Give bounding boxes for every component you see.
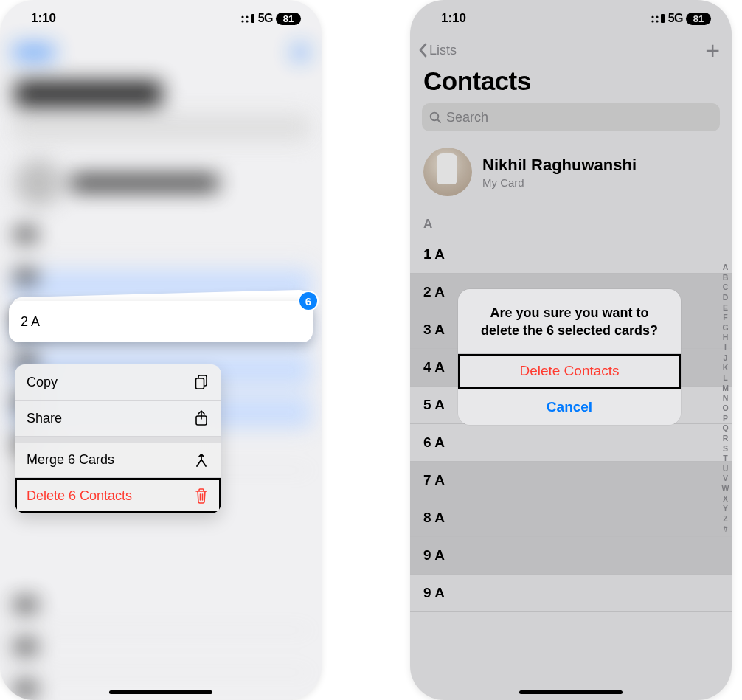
- signal-icon: [240, 13, 255, 24]
- menu-delete[interactable]: Delete 6 Contacts: [15, 478, 221, 513]
- menu-merge-label: Merge 6 Cards: [27, 452, 114, 468]
- status-bar: 1:10 5G 81: [0, 0, 322, 37]
- search-placeholder: Search: [446, 110, 488, 125]
- back-button[interactable]: Lists: [417, 42, 457, 58]
- nav-bar: Lists +: [410, 37, 732, 63]
- index-letter[interactable]: V: [723, 474, 728, 484]
- contact-row[interactable]: 9 A: [410, 575, 732, 612]
- svg-point-12: [656, 15, 658, 18]
- alert-cancel-button[interactable]: Cancel: [458, 389, 681, 425]
- svg-point-1: [241, 15, 243, 18]
- status-time: 1:10: [31, 11, 56, 26]
- svg-rect-13: [661, 14, 665, 23]
- alert-delete-button[interactable]: Delete Contacts: [458, 354, 681, 389]
- index-letter[interactable]: B: [723, 273, 728, 283]
- blurred-background: [0, 0, 322, 700]
- home-indicator: [519, 690, 623, 694]
- index-letter[interactable]: S: [723, 444, 728, 454]
- contact-row[interactable]: 1 A: [410, 236, 732, 274]
- menu-copy[interactable]: Copy: [15, 364, 221, 401]
- index-letter[interactable]: W: [722, 484, 729, 494]
- index-letter[interactable]: O: [722, 403, 728, 414]
- index-letter[interactable]: R: [723, 434, 728, 444]
- index-letter[interactable]: Q: [722, 423, 728, 434]
- alert-message: Are you sure you want to delete the 6 se…: [458, 289, 681, 354]
- index-letter[interactable]: C: [723, 283, 728, 293]
- selection-badge: 6: [298, 291, 319, 311]
- index-strip[interactable]: ABCDEFGHIJKLMNOPQRSTUVWXYZ#: [722, 263, 729, 534]
- index-letter[interactable]: E: [723, 303, 728, 313]
- menu-share-label: Share: [27, 411, 62, 426]
- context-menu: Copy Share Merge 6 Cards Delete 6 Contac…: [15, 364, 221, 513]
- right-screenshot: Lists + Contacts Search Nikhil Raghuwans…: [410, 0, 732, 700]
- index-letter[interactable]: G: [722, 323, 728, 333]
- index-letter[interactable]: X: [723, 494, 728, 505]
- index-letter[interactable]: P: [723, 414, 728, 424]
- index-letter[interactable]: D: [723, 293, 728, 303]
- index-letter[interactable]: Y: [723, 504, 728, 514]
- network-label: 5G: [258, 12, 273, 25]
- menu-share[interactable]: Share: [15, 401, 221, 437]
- index-letter[interactable]: I: [724, 343, 726, 353]
- back-label: Lists: [429, 43, 457, 58]
- copy-icon: [193, 374, 209, 390]
- share-icon: [193, 410, 209, 426]
- index-letter[interactable]: F: [723, 313, 727, 323]
- avatar: [423, 148, 472, 196]
- svg-rect-6: [196, 378, 204, 389]
- index-letter[interactable]: #: [724, 524, 727, 535]
- contact-row[interactable]: 9 A: [410, 537, 732, 575]
- chevron-left-icon: [417, 42, 428, 58]
- selected-card[interactable]: 2 A: [9, 301, 313, 342]
- contact-row[interactable]: 6 A: [410, 424, 732, 462]
- index-letter[interactable]: H: [723, 333, 728, 343]
- menu-merge[interactable]: Merge 6 Cards: [15, 443, 221, 478]
- index-letter[interactable]: J: [724, 353, 727, 364]
- svg-point-10: [651, 15, 653, 18]
- trash-icon: [193, 488, 209, 504]
- my-card-subtitle: My Card: [482, 176, 637, 189]
- signal-icon: [651, 13, 665, 24]
- add-button[interactable]: +: [705, 41, 720, 59]
- menu-delete-label: Delete 6 Contacts: [27, 488, 132, 504]
- index-letter[interactable]: M: [722, 384, 728, 394]
- battery-indicator: 81: [276, 13, 301, 25]
- contact-row[interactable]: 8 A: [410, 499, 732, 537]
- svg-rect-4: [251, 14, 254, 23]
- index-letter[interactable]: U: [723, 464, 728, 474]
- selected-card-label: 2 A: [21, 314, 40, 330]
- my-card[interactable]: Nikhil Raghuwanshi My Card: [410, 137, 732, 209]
- left-screenshot: 1:10 5G 81 2 A 6 Copy Share: [0, 0, 322, 700]
- search-input[interactable]: Search: [422, 103, 720, 131]
- svg-point-2: [246, 20, 248, 22]
- svg-point-9: [651, 20, 653, 22]
- index-letter[interactable]: N: [723, 393, 728, 403]
- index-letter[interactable]: K: [723, 363, 728, 373]
- svg-point-3: [246, 15, 248, 18]
- index-letter[interactable]: L: [723, 373, 727, 384]
- my-card-name: Nikhil Raghuwanshi: [482, 156, 637, 175]
- status-time: 1:10: [441, 11, 466, 26]
- index-letter[interactable]: T: [723, 454, 727, 464]
- search-icon: [429, 111, 442, 124]
- merge-icon: [193, 453, 209, 468]
- battery-indicator: 81: [686, 13, 711, 25]
- index-letter[interactable]: A: [723, 263, 728, 273]
- section-header: A: [410, 209, 732, 236]
- svg-point-11: [656, 20, 658, 22]
- contact-row[interactable]: 7 A: [410, 462, 732, 499]
- selection-stack: 2 A 6: [9, 301, 313, 342]
- status-bar: 1:10 5G 81: [410, 0, 732, 37]
- network-label: 5G: [668, 12, 683, 25]
- page-title: Contacts: [410, 63, 732, 103]
- svg-point-0: [241, 20, 243, 22]
- home-indicator: [109, 690, 212, 694]
- menu-copy-label: Copy: [27, 375, 58, 390]
- delete-alert: Are you sure you want to delete the 6 se…: [458, 289, 681, 425]
- index-letter[interactable]: Z: [723, 514, 727, 524]
